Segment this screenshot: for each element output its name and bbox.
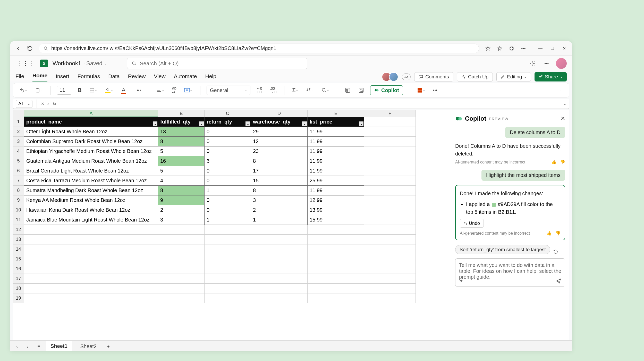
cell[interactable] <box>364 127 416 137</box>
tab-review[interactable]: Review <box>128 73 146 81</box>
cell[interactable] <box>205 244 251 254</box>
cell[interactable]: 29 <box>251 127 308 137</box>
cell[interactable]: Sumatra Mandheling Dark Roast Whole Bean… <box>24 186 158 195</box>
cell[interactable] <box>158 274 205 284</box>
maximize-button[interactable]: ☐ <box>549 45 555 52</box>
row-header[interactable]: 6 <box>13 166 24 176</box>
cell[interactable] <box>364 186 416 195</box>
cell[interactable] <box>364 264 416 274</box>
row-header[interactable]: 16 <box>13 264 24 274</box>
cell[interactable]: 25.99 <box>308 176 364 186</box>
tab-home[interactable]: Home <box>32 72 47 81</box>
cell[interactable] <box>364 146 416 156</box>
tab-data[interactable]: Data <box>108 73 120 81</box>
row-header[interactable]: 12 <box>13 225 24 235</box>
font-size-input[interactable]: 11⌄ <box>57 86 71 95</box>
cell[interactable] <box>251 235 308 244</box>
cell[interactable]: 12 <box>251 137 308 146</box>
column-header[interactable]: B <box>158 110 205 117</box>
app-launcher-icon[interactable]: ⋮⋮⋮ <box>15 59 36 68</box>
filter-dropdown-icon[interactable]: ⌄ <box>302 121 307 126</box>
cell[interactable] <box>251 244 308 254</box>
more-icon[interactable]: ••• <box>520 45 527 52</box>
cell[interactable] <box>158 254 205 264</box>
column-header[interactable]: C <box>205 110 251 117</box>
row-header[interactable]: 3 <box>13 137 24 146</box>
cell[interactable] <box>364 215 416 225</box>
more-font-icon[interactable]: ••• <box>135 86 142 95</box>
url-bar[interactable]: https://onedrive.live.com/:w:/t/EaCKkPs6… <box>39 44 479 53</box>
filter-dropdown-icon[interactable]: ⌄ <box>359 121 363 126</box>
cell[interactable] <box>251 274 308 284</box>
suggestion-chip[interactable]: Sort 'return_qty' from smallest to large… <box>455 245 550 254</box>
editing-dropdown[interactable]: Editing ⌄ <box>496 72 531 81</box>
row-header[interactable]: 4 <box>13 146 24 156</box>
settings-icon[interactable] <box>528 59 537 68</box>
cell[interactable] <box>24 235 158 244</box>
cell[interactable] <box>364 293 416 303</box>
cell[interactable]: 0 <box>205 195 251 205</box>
cell[interactable]: 17 <box>251 166 308 176</box>
cell[interactable] <box>24 254 158 264</box>
document-title[interactable]: Workbook1 · Saved ⌄ <box>53 60 107 67</box>
cell[interactable]: Ethiopian Yirgacheffe Medium Roast Whole… <box>24 146 158 156</box>
cell[interactable]: 2 <box>158 205 205 215</box>
presence-avatars[interactable] <box>382 72 398 81</box>
cell[interactable] <box>24 293 158 303</box>
column-header[interactable]: D <box>251 110 308 117</box>
tab-formulas[interactable]: Formulas <box>78 73 100 81</box>
cell[interactable] <box>158 284 205 293</box>
addins-button[interactable] <box>343 86 352 95</box>
cell[interactable] <box>364 156 416 166</box>
cell[interactable] <box>251 225 308 235</box>
cell[interactable] <box>251 264 308 274</box>
tab-view[interactable]: View <box>154 73 165 81</box>
thumbs-down-icon[interactable]: 👎 <box>560 160 565 165</box>
refresh-button[interactable] <box>27 45 33 52</box>
next-sheet-button[interactable]: › <box>24 342 31 351</box>
row-header[interactable]: 7 <box>13 176 24 186</box>
cell[interactable]: 0 <box>205 166 251 176</box>
back-button[interactable] <box>15 45 21 52</box>
column-header[interactable]: A <box>24 110 158 117</box>
cell[interactable] <box>364 284 416 293</box>
cell[interactable]: 0 <box>205 205 251 215</box>
cell[interactable] <box>251 293 308 303</box>
cell[interactable] <box>364 235 416 244</box>
row-header[interactable]: 2 <box>13 127 24 137</box>
more-options-icon[interactable]: ••• <box>543 59 550 68</box>
cell[interactable] <box>308 235 364 244</box>
cancel-icon[interactable]: ✕ <box>41 101 44 106</box>
presence-count[interactable]: +4 <box>402 73 411 80</box>
row-header[interactable]: 1 <box>13 117 24 127</box>
cell[interactable]: 1 <box>251 215 308 225</box>
fx-icon[interactable]: fx <box>53 101 56 106</box>
cell[interactable]: 16 <box>158 156 205 166</box>
accept-icon[interactable]: ✓ <box>47 101 50 106</box>
decrease-decimal-button[interactable]: .00→.0 <box>268 86 278 95</box>
merge-button[interactable]: ⌄ <box>183 86 194 95</box>
row-header[interactable]: 13 <box>13 235 24 244</box>
all-sheets-button[interactable]: ≡ <box>35 342 42 351</box>
filter-dropdown-icon[interactable]: ⌄ <box>153 121 157 126</box>
undo-button[interactable]: Undo <box>460 219 484 228</box>
search-input[interactable]: Search (Alt + Q) <box>127 58 307 69</box>
cell[interactable]: 4 <box>158 176 205 186</box>
tab-automate[interactable]: Automate <box>174 73 197 81</box>
cell[interactable] <box>205 293 251 303</box>
cell[interactable] <box>364 254 416 264</box>
copilot-toolbar-button[interactable]: Copilot <box>370 85 403 95</box>
cell[interactable]: Jamaica Blue Mountain Light Roast Whole … <box>24 215 158 225</box>
table-header-cell[interactable]: return_qty⌄ <box>205 117 251 127</box>
cell[interactable] <box>364 274 416 284</box>
cell[interactable] <box>205 264 251 274</box>
cell[interactable] <box>24 264 158 274</box>
cell[interactable]: 11.99 <box>308 146 364 156</box>
cell[interactable]: Kenya AA Medium Roast Whole Bean 12oz <box>24 195 158 205</box>
cell[interactable]: Otter Light Roast Whole Bean 12oz <box>24 127 158 137</box>
row-header[interactable]: 14 <box>13 244 24 254</box>
undo-button[interactable]: ⌄ <box>18 86 29 95</box>
format-table-button[interactable]: ⌄ <box>416 86 427 95</box>
cell[interactable]: Colombian Supremo Dark Roast Whole Bean … <box>24 137 158 146</box>
table-header-cell[interactable]: list_price⌄ <box>308 117 364 127</box>
